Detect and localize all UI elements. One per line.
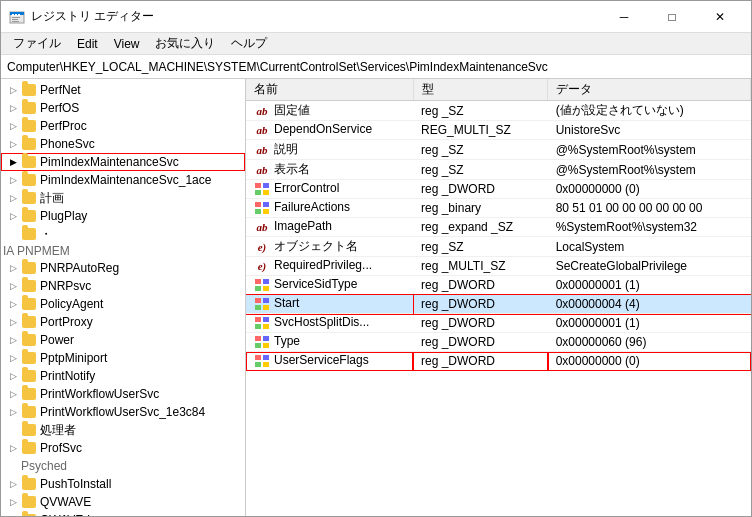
expand-icon[interactable]: ▷: [5, 494, 21, 510]
main-content: ▷ PerfNet ▷ PerfOS ▷ PerfProc ▷ PhoneSvc: [1, 79, 751, 516]
tree-item-plan[interactable]: ▷ 計画: [1, 189, 245, 207]
svg-rect-27: [263, 324, 269, 329]
tree-label: PimIndexMaintenanceSvc: [40, 155, 179, 169]
svg-rect-21: [263, 298, 269, 303]
tree-item-pushtoinstall[interactable]: ▷ PushToInstall: [1, 475, 245, 493]
table-row[interactable]: ab説明 reg _SZ @%SystemRoot%\system: [246, 140, 751, 160]
table-row[interactable]: e)RequiredPrivileg... reg _MULTI_SZ SeCr…: [246, 257, 751, 276]
row-data: %SystemRoot%\system32: [548, 218, 751, 237]
row-type: reg _binary: [413, 199, 548, 218]
expand-icon[interactable]: ▷: [5, 386, 21, 402]
dword-icon: [254, 334, 270, 350]
table-row[interactable]: abImagePath reg _expand _SZ %SystemRoot%…: [246, 218, 751, 237]
menu-bar: ファイル Edit View お気に入り ヘルプ: [1, 33, 751, 55]
tree-item-perfos[interactable]: ▷ PerfOS: [1, 99, 245, 117]
tree-label: PrintNotify: [40, 369, 95, 383]
expand-icon[interactable]: ▷: [5, 190, 21, 206]
table-row[interactable]: Type reg _DWORD 0x00000060 (96): [246, 333, 751, 352]
expand-icon[interactable]: ▷: [5, 332, 21, 348]
expand-icon[interactable]: ▷: [5, 512, 21, 516]
table-row-start[interactable]: Start reg _DWORD 0x00000004 (4): [246, 295, 751, 314]
tree-item-portproxy[interactable]: ▷ PortProxy: [1, 313, 245, 331]
folder-icon: [21, 404, 37, 420]
svg-rect-23: [263, 305, 269, 310]
menu-edit[interactable]: Edit: [69, 35, 106, 53]
folder-icon: [21, 100, 37, 116]
row-data: 80 51 01 00 00 00 00 00 00: [548, 199, 751, 218]
expand-icon[interactable]: ▷: [5, 476, 21, 492]
expand-icon[interactable]: ▷: [5, 100, 21, 116]
tree-panel[interactable]: ▷ PerfNet ▷ PerfOS ▷ PerfProc ▷ PhoneSvc: [1, 79, 246, 516]
menu-view[interactable]: View: [106, 35, 148, 53]
row-data: @%SystemRoot%\system: [548, 140, 751, 160]
tree-item-pnrpautoref[interactable]: ▷ PNRPAutoReg: [1, 259, 245, 277]
tree-item-pimindexmaintenancesvc[interactable]: ▶ PimIndexMaintenanceSvc: [1, 153, 245, 171]
folder-icon: [21, 172, 37, 188]
table-row[interactable]: e)オブジェクト名 reg _SZ LocalSystem: [246, 237, 751, 257]
values-panel[interactable]: 名前 型 データ ab固定値 reg _SZ (値が設定されていない): [246, 79, 751, 516]
tree-item-printworkflowusersvc[interactable]: ▷ PrintWorkflowUserSvc: [1, 385, 245, 403]
tree-item-pnrpsvc[interactable]: ▷ PNRPsvc: [1, 277, 245, 295]
tree-item-policyagent[interactable]: ▷ PolicyAgent: [1, 295, 245, 313]
table-row[interactable]: ab固定値 reg _SZ (値が設定されていない): [246, 101, 751, 121]
maximize-button[interactable]: □: [649, 3, 695, 31]
expand-icon[interactable]: ▷: [5, 368, 21, 384]
table-row[interactable]: ErrorControl reg _DWORD 0x00000000 (0): [246, 180, 751, 199]
tree-item-profsvc[interactable]: ▷ ProfSvc: [1, 439, 245, 457]
table-row[interactable]: SvcHostSplitDis... reg _DWORD 0x00000001…: [246, 314, 751, 333]
col-name: 名前: [246, 79, 413, 101]
table-row[interactable]: abDependOnService REG_MULTI_SZ UnistoreS…: [246, 121, 751, 140]
expand-icon[interactable]: ▷: [5, 136, 21, 152]
svg-rect-32: [255, 355, 261, 360]
expand-icon[interactable]: ▷: [5, 82, 21, 98]
table-row-userserviceflags[interactable]: UserServiceFlags reg _DWORD 0x00000000 (…: [246, 352, 751, 371]
svg-rect-30: [255, 343, 261, 348]
expand-icon[interactable]: ▷: [5, 314, 21, 330]
tree-item-perfproc[interactable]: ▷ PerfProc: [1, 117, 245, 135]
tree-item-qwavedy[interactable]: ▷ QWAVEdy: [1, 511, 245, 516]
tree-item-perfnet[interactable]: ▷ PerfNet: [1, 81, 245, 99]
expand-icon[interactable]: ▷: [5, 260, 21, 276]
tree-item-power[interactable]: ▷ Power: [1, 331, 245, 349]
expand-icon[interactable]: ▷: [5, 278, 21, 294]
expand-icon[interactable]: ▶: [5, 154, 21, 170]
expand-icon[interactable]: ▷: [5, 350, 21, 366]
row-type: reg _expand _SZ: [413, 218, 548, 237]
tree-label: PrintWorkflowUserSvc: [40, 387, 159, 401]
table-row[interactable]: FailureActions reg _binary 80 51 01 00 0…: [246, 199, 751, 218]
tree-label: PerfOS: [40, 101, 79, 115]
svg-rect-13: [263, 202, 269, 207]
menu-favorites[interactable]: お気に入り: [147, 33, 223, 54]
expand-icon[interactable]: ▷: [5, 404, 21, 420]
tree-item-psyched[interactable]: Psyched: [1, 457, 245, 475]
close-button[interactable]: ✕: [697, 3, 743, 31]
row-data: UnistoreSvc: [548, 121, 751, 140]
ab-icon: ab: [254, 122, 270, 138]
expand-icon[interactable]: ▷: [5, 118, 21, 134]
svg-rect-29: [263, 336, 269, 341]
menu-help[interactable]: ヘルプ: [223, 33, 275, 54]
row-type: reg _SZ: [413, 101, 548, 121]
tree-item-dot[interactable]: ・: [1, 225, 245, 243]
tree-item-qvwave[interactable]: ▷ QVWAVE: [1, 493, 245, 511]
minimize-button[interactable]: ─: [601, 3, 647, 31]
folder-icon: [21, 440, 37, 456]
dword-icon: [254, 296, 270, 312]
table-row[interactable]: ServiceSidType reg _DWORD 0x00000001 (1): [246, 276, 751, 295]
expand-icon[interactable]: ▷: [5, 296, 21, 312]
tree-item-pimindexmaintenancesvc1ace[interactable]: ▷ PimIndexMaintenanceSvc_1ace: [1, 171, 245, 189]
tree-item-pptpminiport[interactable]: ▷ PptpMiniport: [1, 349, 245, 367]
svg-rect-33: [263, 355, 269, 360]
menu-file[interactable]: ファイル: [5, 33, 69, 54]
row-type: reg _DWORD: [413, 314, 548, 333]
expand-icon[interactable]: ▷: [5, 172, 21, 188]
expand-icon[interactable]: ▷: [5, 208, 21, 224]
window-controls: ─ □ ✕: [601, 3, 743, 31]
tree-item-plugplay[interactable]: ▷ PlugPlay: [1, 207, 245, 225]
tree-item-printworkflowusersvc1e3c84[interactable]: ▷ PrintWorkflowUserSvc_1e3c84: [1, 403, 245, 421]
tree-item-processor[interactable]: 処理者: [1, 421, 245, 439]
table-row[interactable]: ab表示名 reg _SZ @%SystemRoot%\system: [246, 160, 751, 180]
tree-item-phonesvc[interactable]: ▷ PhoneSvc: [1, 135, 245, 153]
expand-icon[interactable]: ▷: [5, 440, 21, 456]
tree-item-printnotify[interactable]: ▷ PrintNotify: [1, 367, 245, 385]
